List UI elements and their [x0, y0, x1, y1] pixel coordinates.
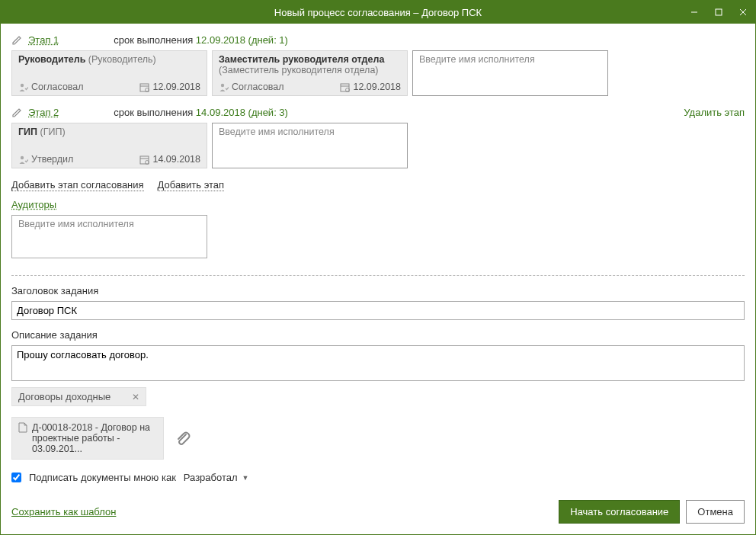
svg-point-12 [21, 155, 24, 159]
card-subrole: (ГИП) [40, 127, 66, 137]
task-title-input[interactable] [11, 301, 745, 320]
start-approval-button[interactable]: Начать согласование [559, 500, 680, 524]
close-button[interactable] [731, 1, 755, 24]
card-role: Руководитель [18, 54, 85, 65]
chevron-down-icon: ▼ [242, 474, 249, 482]
calendar-icon [139, 155, 149, 165]
delete-stage-link[interactable]: Удалить этап [684, 107, 745, 118]
person-icon [219, 82, 229, 92]
stage2-link[interactable]: Этап 2 [28, 107, 59, 118]
card-date: 14.09.2018 [139, 154, 200, 165]
window-controls [682, 1, 755, 24]
card-role: ГИП [18, 127, 37, 137]
card-subrole: (Заместитель руководителя отдела) [219, 65, 379, 75]
document-icon [18, 422, 27, 433]
add-stage-link[interactable]: Добавить этап [158, 179, 225, 191]
approval-process-window: Новый процесс согласования – Договор ПСК… [0, 0, 756, 535]
tag-remove-icon[interactable]: ✕ [132, 392, 139, 402]
card-status: Утвердил [18, 154, 73, 165]
stage1-header: Этап 1 срок выполнения 12.09.2018 (дней:… [11, 34, 745, 46]
stage2-deadline: срок выполнения 14.09.2018 (дней: 3) [114, 107, 288, 118]
card-role: Заместитель руководителя отдела [219, 54, 384, 65]
task-desc-input[interactable]: Прошу согласовать договор. [11, 345, 745, 381]
svg-point-4 [21, 83, 24, 86]
stage1-link[interactable]: Этап 1 [28, 34, 59, 46]
executor-card[interactable]: Руководитель (Руководитель) Согласовал 1… [11, 50, 207, 96]
maximize-button[interactable] [706, 1, 731, 24]
save-template-link[interactable]: Сохранить как шаблон [11, 506, 116, 517]
window-title: Новый процесс согласования – Договор ПСК [1, 7, 755, 18]
sign-checkbox[interactable] [11, 473, 21, 482]
stage1-deadline: срок выполнения 12.09.2018 (дней: 1) [114, 34, 288, 46]
content-area: Этап 1 срок выполнения 12.09.2018 (дней:… [1, 24, 755, 534]
executor-card[interactable]: ГИП (ГИП) Утвердил 14.09.2018 [11, 123, 207, 168]
person-icon [18, 82, 28, 92]
card-status: Согласовал [219, 82, 284, 92]
calendar-icon [139, 82, 149, 92]
svg-point-8 [221, 83, 224, 86]
attachment-name: Д-00018-2018 - Договор на проектные рабо… [32, 422, 157, 454]
task-desc-label: Описание задания [11, 329, 745, 341]
attachment-row: Д-00018-2018 - Договор на проектные рабо… [11, 417, 745, 460]
deadline-days: (дней: 3) [245, 107, 288, 118]
add-stage-row: Добавить этап согласования Добавить этап [11, 179, 745, 191]
minimize-button[interactable] [682, 1, 706, 24]
deadline-date: 14.09.2018 [196, 107, 245, 118]
stage2-header: Этап 2 срок выполнения 14.09.2018 (дней:… [11, 107, 745, 118]
footer-buttons: Начать согласование Отмена [559, 500, 745, 524]
category-tag[interactable]: Договоры доходные ✕ [11, 387, 146, 406]
deadline-prefix: срок выполнения [114, 34, 196, 46]
add-approval-stage-link[interactable]: Добавить этап согласования [11, 179, 144, 191]
executor-card[interactable]: Заместитель руководителя отдела (Замести… [212, 50, 408, 96]
footer: Сохранить как шаблон Начать согласование… [11, 500, 745, 524]
deadline-date: 12.09.2018 [196, 34, 245, 46]
svg-rect-13 [140, 156, 149, 164]
stage2-cards: ГИП (ГИП) Утвердил 14.09.2018 Введите им… [11, 123, 745, 168]
sign-role-dropdown[interactable]: Разработал ▼ [184, 472, 249, 483]
auditors-input[interactable]: Введите имя исполнителя [11, 215, 207, 258]
auditors-label[interactable]: Аудиторы [11, 199, 745, 210]
card-date: 12.09.2018 [139, 82, 200, 92]
calendar-icon [340, 82, 350, 92]
cancel-button[interactable]: Отмена [686, 500, 745, 524]
sign-row: Подписать документы мною как Разработал … [11, 472, 745, 483]
task-title-label: Заголовок задания [11, 285, 745, 296]
person-icon [18, 155, 28, 165]
card-subrole: (Руководитель) [88, 54, 156, 65]
svg-rect-5 [140, 84, 149, 91]
card-date: 12.09.2018 [340, 82, 401, 92]
deadline-prefix: срок выполнения [114, 107, 196, 118]
titlebar: Новый процесс согласования – Договор ПСК [1, 1, 755, 24]
pencil-icon[interactable] [11, 107, 22, 118]
divider [11, 275, 745, 276]
sign-label: Подписать документы мною как [29, 472, 176, 483]
card-status: Согласовал [18, 82, 84, 92]
attach-icon[interactable] [175, 430, 191, 447]
deadline-days: (дней: 1) [245, 34, 288, 46]
add-executor-input[interactable]: Введите имя исполнителя [212, 123, 408, 168]
pencil-icon[interactable] [11, 35, 22, 46]
svg-rect-9 [341, 84, 349, 91]
add-executor-input[interactable]: Введите имя исполнителя [412, 50, 608, 96]
svg-rect-1 [716, 9, 722, 15]
tag-label: Договоры доходные [18, 391, 111, 402]
attachment-item[interactable]: Д-00018-2018 - Договор на проектные рабо… [11, 417, 164, 460]
stage1-cards: Руководитель (Руководитель) Согласовал 1… [11, 50, 745, 96]
